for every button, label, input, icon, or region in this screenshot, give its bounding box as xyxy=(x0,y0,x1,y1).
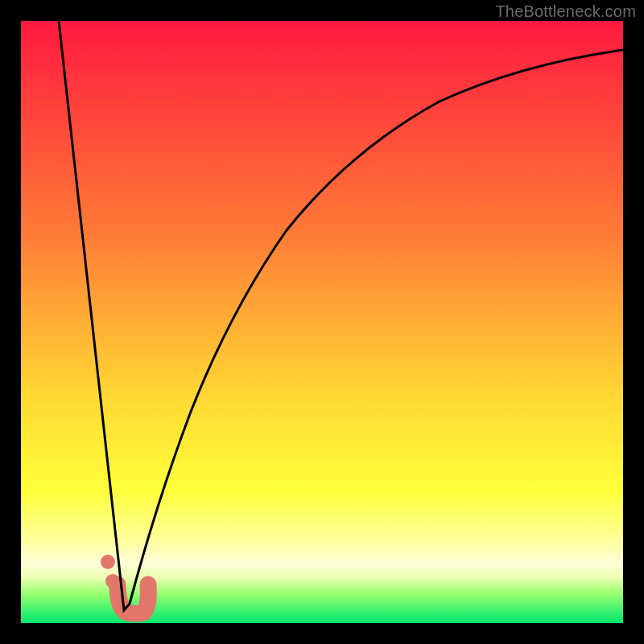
plot-area xyxy=(21,21,623,623)
chart-frame: TheBottleneck.com xyxy=(0,0,644,644)
svg-point-2 xyxy=(105,574,120,588)
svg-point-1 xyxy=(101,555,115,569)
bottleneck-curve xyxy=(59,21,623,610)
chart-curves xyxy=(21,21,623,623)
attribution-text: TheBottleneck.com xyxy=(495,2,636,21)
